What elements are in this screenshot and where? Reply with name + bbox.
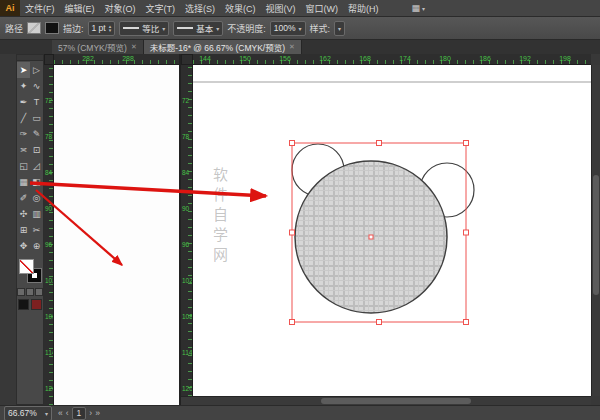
menu-效果(C)[interactable]: 效果(C) bbox=[220, 2, 261, 15]
menu-窗口(W)[interactable]: 窗口(W) bbox=[301, 2, 344, 15]
previous-artboard-icon[interactable]: ‹ bbox=[66, 408, 69, 418]
selection-center-point[interactable] bbox=[369, 235, 373, 239]
app-logo-icon[interactable]: Ai bbox=[0, 0, 20, 16]
selection-handle-sw[interactable] bbox=[290, 320, 295, 325]
screen-mode-button[interactable] bbox=[31, 299, 42, 310]
menu-文字(T)[interactable]: 文字(T) bbox=[141, 2, 181, 15]
artboard-tool[interactable]: ⊞ bbox=[17, 222, 30, 238]
artwork-layer bbox=[193, 65, 591, 396]
selection-handle-nw[interactable] bbox=[290, 141, 295, 146]
symbol-sprayer-tool[interactable]: ✣ bbox=[17, 206, 30, 222]
vertical-ruler-left-window[interactable]: 7278849096102108114120 bbox=[44, 65, 54, 405]
close-icon[interactable]: ✕ bbox=[131, 43, 137, 51]
draw-normal-button[interactable] bbox=[18, 299, 29, 310]
document-tab-1[interactable]: 57% (CMYK/预览) ✕ bbox=[52, 40, 144, 54]
tools-grid: ➤▷✦∿✒T╱▭✑✎≍⊡◱◿▦◧✐◎✣▥⊞✂✥⊕ bbox=[17, 61, 43, 254]
close-icon[interactable]: ✕ bbox=[289, 43, 295, 51]
arrange-documents-switcher[interactable]: ▦ ▾ bbox=[412, 3, 426, 13]
pencil-tool[interactable]: ✎ bbox=[30, 126, 43, 142]
last-artboard-icon[interactable]: » bbox=[95, 408, 100, 418]
slice-tool[interactable]: ✂ bbox=[30, 222, 43, 238]
rectangle-tool[interactable]: ▭ bbox=[30, 110, 43, 126]
ruler-corner-left-window[interactable] bbox=[44, 54, 54, 65]
type-tool[interactable]: T bbox=[30, 94, 43, 110]
color-type-buttons bbox=[17, 288, 43, 296]
style-select[interactable]: ▾ bbox=[334, 21, 345, 36]
vertical-scrollbar[interactable] bbox=[591, 65, 600, 396]
stepper-down-icon[interactable]: ▾ bbox=[109, 28, 112, 32]
zoom-tool[interactable]: ⊕ bbox=[30, 238, 43, 254]
mesh-tool[interactable]: ▦ bbox=[17, 174, 30, 190]
canvas-left-window[interactable] bbox=[54, 65, 179, 405]
chevron-down-icon: ▾ bbox=[299, 25, 302, 32]
selection-handle-w[interactable] bbox=[290, 230, 295, 235]
stroke-width-stepper[interactable]: ▴ ▾ bbox=[109, 24, 112, 32]
column-graph-tool[interactable]: ▥ bbox=[30, 206, 43, 222]
stroke-width-select[interactable]: 1 pt ▴ ▾ bbox=[88, 21, 116, 36]
ruler-label: 84 bbox=[182, 169, 189, 176]
next-artboard-icon[interactable]: › bbox=[89, 408, 92, 418]
vertical-scrollbar-thumb[interactable] bbox=[593, 175, 599, 295]
brush-line-icon bbox=[177, 27, 193, 29]
arrange-documents-icon[interactable]: ▦ bbox=[412, 3, 421, 13]
blend-tool[interactable]: ◎ bbox=[30, 190, 43, 206]
selection-handle-se[interactable] bbox=[464, 320, 469, 325]
ruler-label: 72 bbox=[45, 97, 52, 104]
selection-handle-ne[interactable] bbox=[464, 141, 469, 146]
width-tool[interactable]: ≍ bbox=[17, 142, 30, 158]
stroke-width-value: 1 pt bbox=[92, 23, 106, 33]
line-segment-tool[interactable]: ╱ bbox=[17, 110, 30, 126]
gradient-tool[interactable]: ◧ bbox=[30, 174, 43, 190]
ruler-label: 72 bbox=[182, 97, 189, 104]
ruler-label: 102 bbox=[45, 277, 54, 284]
hand-tool[interactable]: ✥ bbox=[17, 238, 30, 254]
selection-handle-s[interactable] bbox=[377, 320, 382, 325]
shape-builder-tool[interactable]: ◱ bbox=[17, 158, 30, 174]
zoom-level-select[interactable]: 66.67% ▾ bbox=[4, 406, 52, 420]
gradient-button[interactable] bbox=[26, 288, 34, 296]
brush-definition-select[interactable]: 基本 ▾ bbox=[173, 21, 223, 36]
fill-proxy-swatch[interactable] bbox=[19, 259, 34, 274]
color-button[interactable] bbox=[17, 288, 25, 296]
selection-tool[interactable]: ➤ bbox=[17, 62, 30, 78]
ruler-label: 108 bbox=[45, 313, 54, 320]
magic-wand-tool[interactable]: ✦ bbox=[17, 78, 30, 94]
opacity-select[interactable]: 100% ▾ bbox=[270, 21, 306, 36]
horizontal-scrollbar-thumb[interactable] bbox=[321, 398, 471, 404]
fill-color-swatch[interactable] bbox=[27, 22, 41, 34]
lasso-tool[interactable]: ∿ bbox=[30, 78, 43, 94]
horizontal-ruler-left-window[interactable]: 282288 bbox=[54, 54, 179, 65]
ruler-label: 78 bbox=[45, 133, 52, 140]
ruler-label: 186 bbox=[479, 55, 491, 62]
draw-mode-buttons bbox=[17, 299, 43, 310]
vertical-ruler-active-window[interactable]: 7278849096102108114120 bbox=[181, 65, 193, 396]
direct-selection-tool[interactable]: ▷ bbox=[30, 62, 43, 78]
horizontal-scrollbar[interactable] bbox=[181, 396, 591, 405]
horizontal-ruler-active-window[interactable]: 144150156162168174180186192198 bbox=[193, 54, 591, 65]
stroke-color-swatch[interactable] bbox=[45, 22, 59, 34]
perspective-grid-tool[interactable]: ◿ bbox=[30, 158, 43, 174]
artboard-number-field[interactable]: 1 bbox=[72, 407, 87, 420]
menu-选择(S)[interactable]: 选择(S) bbox=[180, 2, 220, 15]
ruler-label: 198 bbox=[559, 55, 571, 62]
pen-tool[interactable]: ✒ bbox=[17, 94, 30, 110]
menu-视图(V)[interactable]: 视图(V) bbox=[261, 2, 301, 15]
ruler-corner-active-window[interactable] bbox=[181, 54, 193, 65]
free-transform-tool[interactable]: ⊡ bbox=[30, 142, 43, 158]
menu-帮助(H)[interactable]: 帮助(H) bbox=[343, 2, 384, 15]
canvas-active-window[interactable]: 软件自学网 bbox=[193, 65, 591, 396]
none-button[interactable] bbox=[35, 288, 43, 296]
menu-编辑(E)[interactable]: 编辑(E) bbox=[60, 2, 100, 15]
menu-文件(F)[interactable]: 文件(F) bbox=[20, 2, 60, 15]
paintbrush-tool[interactable]: ✑ bbox=[17, 126, 30, 142]
variable-width-profile-select[interactable]: 等比 ▾ bbox=[119, 21, 169, 36]
document-tab-2-active[interactable]: 未标题-16* @ 66.67% (CMYK/预览) ✕ bbox=[144, 40, 302, 54]
chevron-down-icon: ▾ bbox=[216, 25, 219, 32]
selection-handle-e[interactable] bbox=[464, 230, 469, 235]
selection-type-label: 路径 bbox=[5, 22, 23, 35]
tab-label: 未标题-16* @ 66.67% (CMYK/预览) bbox=[150, 41, 285, 53]
menu-对象(O)[interactable]: 对象(O) bbox=[100, 2, 141, 15]
eyedropper-tool[interactable]: ✐ bbox=[17, 190, 30, 206]
selection-handle-n[interactable] bbox=[377, 141, 382, 146]
first-artboard-icon[interactable]: « bbox=[58, 408, 63, 418]
